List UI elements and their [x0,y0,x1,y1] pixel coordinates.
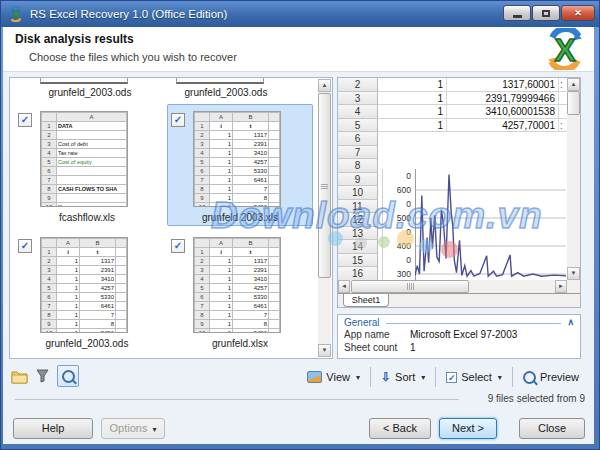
titlebar[interactable]: X RS Excel Recovery 1.0 (Office Edition)… [1,1,600,27]
next-button[interactable]: Next > [439,418,497,439]
axis-tick-label: 0 [383,253,411,267]
row-headers: 2345678910111213141516 [338,78,378,280]
sheet-tab[interactable]: Sheet1 [343,294,389,307]
scrollbar-grip [321,184,328,189]
file-name: fcashflow.xls [15,212,159,223]
sheet-tab-strip: Sheet1 [338,293,580,307]
axis-tick-label: 0 [383,197,411,211]
scroll-up-icon[interactable]: ▲ [567,78,580,91]
field-label: Sheet count [344,341,410,354]
cell: 1317,60001 [447,78,559,91]
scroll-left-icon[interactable]: ◄ [338,280,350,293]
toolbar-separator [512,367,513,387]
status-divider [15,399,459,400]
toolbar-button-label: View [326,371,350,383]
section-title: General [344,317,380,328]
file-thumbnail[interactable]: AB1it21131731239141341051425761533071646… [193,237,281,333]
chevron-down-icon: ▾ [152,425,156,434]
file-checkbox[interactable]: ✓ [171,239,185,253]
filter-icon[interactable] [36,369,49,383]
file-list-panel: grunfeld_2003.ods grunfeld_2003.ods ✓A1D… [9,77,333,359]
partial-thumbnail[interactable] [176,77,264,84]
close-window-button[interactable]: ✕ [561,5,595,21]
zoom-tool-button[interactable] [57,365,79,387]
file-name: grunfeld_2003.ods [156,87,296,98]
file-item[interactable]: ✓AB1it2113173123914134105142576153307164… [14,230,160,352]
file-name: grunfeld.xlsx [168,338,312,349]
file-checkbox[interactable]: ✓ [18,113,32,127]
cell: 1 [378,78,447,91]
file-checkbox[interactable]: ✓ [171,113,185,127]
file-thumbnail[interactable]: A1DATA23Cost of debt4Tax rate5Cost of eq… [40,111,128,207]
help-button[interactable]: Help [13,418,93,439]
back-button[interactable]: < Back [369,418,431,439]
folder-icon[interactable] [11,369,28,384]
toolbar-separator [370,367,371,387]
cell: : [559,119,567,132]
row-header: 14 [338,240,378,254]
chart-y-axis-labels: 06000500040003000 [383,169,411,280]
selection-summary: 9 files selected from 9 [488,393,585,404]
svg-text:X: X [12,8,20,20]
row-header: 15 [338,254,378,268]
chart-plot [415,169,566,280]
axis-tick-label: 0 [383,225,411,239]
page-title: Disk analysis results [15,32,134,46]
preview-vertical-scrollbar[interactable]: ▲ ▼ [567,78,580,280]
file-thumbnail[interactable]: AB1it21131731239141341051425761533071646… [193,111,281,207]
axis-tick-label: 400 [383,239,411,253]
info-field: Sheet count1 [338,341,580,354]
file-item[interactable]: ✓A1DATA23Cost of debt4Tax rate5Cost of e… [14,104,160,226]
scrollbar-grip [407,283,414,290]
info-panel: General ∧ App nameMicrosoft Excel 97-200… [337,314,581,359]
table-row: 12391,79999466 [378,92,567,106]
row-header: 9 [338,173,378,187]
scrollbar-thumb[interactable] [318,93,331,278]
wizard-header: Disk analysis results Choose the files w… [3,27,594,72]
file-thumbnail[interactable]: AB1it21131731239141341051425761533071646… [40,237,128,333]
chevron-down-icon: ▾ [356,373,360,382]
file-name: grunfeld_2003.ods [15,338,159,349]
section-divider [386,323,562,324]
scrollbar-corner [567,280,580,293]
magnifier-icon [62,370,75,383]
scroll-down-icon[interactable]: ▼ [318,344,331,357]
toolbar-select-button[interactable]: ✓Select▾ [439,368,509,386]
scroll-up-icon[interactable]: ▲ [318,79,331,92]
maximize-button[interactable] [532,5,560,21]
cell [559,92,567,105]
preview-chart: 06000500040003000 [382,169,568,280]
close-icon: ✕ [574,8,582,18]
scrollbar-thumb[interactable] [351,280,469,293]
row-header: 13 [338,227,378,241]
minimize-icon [513,15,522,18]
toolbar-view-button[interactable]: View▾ [300,368,367,386]
options-button[interactable]: Options ▾ [101,418,165,439]
axis-tick-label: 600 [383,183,411,197]
scrollbar-thumb[interactable] [567,91,580,115]
file-item[interactable]: ✓AB1it2113173123914134105142576153307164… [167,230,313,352]
collapse-section-icon[interactable]: ∧ [567,318,574,327]
file-checkbox[interactable]: ✓ [18,239,32,253]
scroll-down-icon[interactable]: ▼ [567,267,580,280]
partial-thumbnail[interactable] [40,77,128,84]
row-header: 6 [338,132,378,146]
app-window: X RS Excel Recovery 1.0 (Office Edition)… [0,0,600,450]
app-icon: X [8,6,24,22]
table-row: 14257,70001: [378,119,567,133]
preview-horizontal-scrollbar[interactable]: ◄ ► [338,280,567,293]
toolbar-sort-button[interactable]: ⇩Sort▾ [374,368,432,386]
close-button[interactable]: Close [519,418,585,439]
axis-tick-label: 300 [383,267,411,280]
cell [559,105,567,118]
toolbar-preview-button[interactable]: Preview [516,368,586,387]
scroll-right-icon[interactable]: ► [555,280,567,293]
sort-icon: ⇩ [381,371,391,383]
file-item[interactable]: ✓AB1it2113173123914134105142576153307164… [167,104,313,226]
field-label: App name [344,328,410,341]
file-list-scrollbar[interactable]: ▲ ▼ [318,79,331,357]
select-icon: ✓ [446,372,457,383]
minimize-button[interactable] [503,5,531,21]
preview-panel: 2345678910111213141516 11317,60001:12391… [337,77,581,308]
file-name: grunfeld_2003.ods [20,87,160,98]
